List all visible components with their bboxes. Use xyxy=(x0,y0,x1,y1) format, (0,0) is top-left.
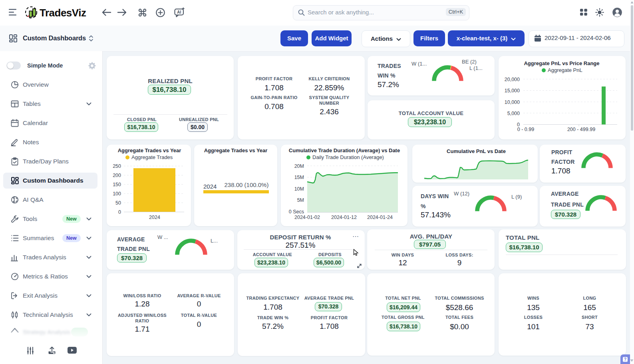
svg-text:150: 150 xyxy=(113,182,121,187)
svg-text:100: 100 xyxy=(113,191,121,197)
svg-text:?: ? xyxy=(624,357,626,362)
svg-text:5M: 5M xyxy=(297,197,304,203)
svg-text:15,000: 15,000 xyxy=(505,88,520,93)
svg-text:200: 200 xyxy=(113,173,121,178)
svg-text:15M: 15M xyxy=(294,175,304,180)
svg-text:5,000: 5,000 xyxy=(507,111,520,116)
svg-text:2024-01-02: 2024-01-02 xyxy=(294,215,320,220)
svg-text:2024-01-24: 2024-01-24 xyxy=(367,215,393,220)
svg-text:250: 250 xyxy=(113,163,121,169)
svg-text:20M: 20M xyxy=(294,163,304,169)
svg-text:50: 50 xyxy=(115,200,121,206)
svg-text:2024-01-12: 2024-01-12 xyxy=(331,215,357,220)
svg-text:20,000: 20,000 xyxy=(505,77,520,82)
svg-text:0 - 0.99: 0 - 0.99 xyxy=(517,127,534,132)
svg-text:200 - 499.99: 200 - 499.99 xyxy=(567,127,595,132)
svg-text:10M: 10M xyxy=(294,186,304,192)
svg-text:AI: AI xyxy=(177,10,181,14)
svg-text:0: 0 xyxy=(118,209,121,215)
svg-text:0 Secs: 0 Secs xyxy=(289,209,304,215)
svg-text:2024: 2024 xyxy=(149,215,160,220)
svg-text:10,000: 10,000 xyxy=(505,99,520,105)
